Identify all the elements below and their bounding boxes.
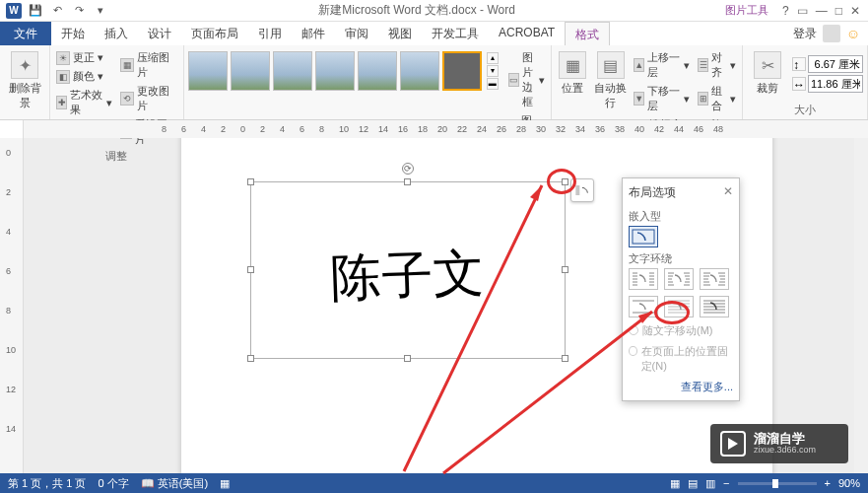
see-more-link[interactable]: 查看更多... xyxy=(629,380,733,394)
play-icon xyxy=(720,431,746,457)
rotate-handle[interactable]: ⟳ xyxy=(402,163,414,175)
position-button[interactable]: ▦位置 xyxy=(556,47,590,96)
save-icon[interactable]: 💾 xyxy=(28,3,43,19)
wrap-through[interactable] xyxy=(700,268,729,290)
style-thumb-5[interactable] xyxy=(358,51,397,91)
resize-handle-tl[interactable] xyxy=(247,178,254,185)
tab-home[interactable]: 开始 xyxy=(51,22,95,45)
change-picture-button[interactable]: ⟲更改图片 xyxy=(118,83,178,114)
dropdown-icon: ▾ xyxy=(98,51,103,64)
wrap-top-bottom[interactable] xyxy=(629,296,658,317)
resize-handle-bl[interactable] xyxy=(247,355,254,362)
resize-handle-tr[interactable] xyxy=(562,178,568,185)
tab-developer[interactable]: 开发工具 xyxy=(422,22,489,45)
view-web-icon[interactable]: ▥ xyxy=(705,477,715,490)
zoom-slider[interactable] xyxy=(738,482,817,485)
style-thumb-2[interactable] xyxy=(231,51,270,91)
vertical-scrollbar[interactable] xyxy=(854,138,868,477)
width-input[interactable] xyxy=(808,75,863,93)
selected-image[interactable]: ⟳ 陈子文 xyxy=(250,181,566,359)
picture-style-gallery[interactable]: ▴ ▾ ▬ xyxy=(188,47,499,91)
remove-bg-icon: ✦ xyxy=(11,51,38,79)
zoom-thumb[interactable] xyxy=(772,479,778,488)
word-count[interactable]: 0 个字 xyxy=(98,476,128,491)
change-pic-label: 更改图片 xyxy=(137,84,177,113)
language-indicator[interactable]: 📖 英语(美国) xyxy=(141,476,208,491)
wrap-inline[interactable] xyxy=(629,226,658,247)
feedback-smiley-icon[interactable]: ☺ xyxy=(846,26,860,41)
style-thumb-4[interactable] xyxy=(315,51,355,91)
picture-border-button[interactable]: ▭图片边框▾ xyxy=(506,49,547,110)
tab-format[interactable]: 格式 xyxy=(565,22,610,45)
gallery-down-icon[interactable]: ▾ xyxy=(487,65,499,77)
layout-options-button[interactable] xyxy=(570,178,594,202)
wrap-tight[interactable] xyxy=(664,268,694,290)
color-icon: ◧ xyxy=(56,70,70,84)
align-button[interactable]: ☰对齐▾ xyxy=(696,49,738,81)
send-backward-button[interactable]: ▼下移一层▾ xyxy=(632,83,692,114)
ribbon-collapse-icon[interactable]: ▭ xyxy=(797,4,808,18)
height-field: ↕ xyxy=(792,55,863,73)
crop-button[interactable]: ✂裁剪 xyxy=(747,47,788,96)
view-print-icon[interactable]: ▦ xyxy=(670,477,680,490)
gallery-up-icon[interactable]: ▴ xyxy=(487,52,499,64)
tab-file[interactable]: 文件 xyxy=(0,22,51,45)
tab-review[interactable]: 审阅 xyxy=(335,22,378,45)
remove-background-button[interactable]: ✦ 删除背景 xyxy=(4,47,45,110)
height-input[interactable] xyxy=(808,55,863,73)
style-thumb-7-selected[interactable] xyxy=(442,51,482,91)
wrap-square[interactable] xyxy=(629,268,658,290)
zoom-out-icon[interactable]: − xyxy=(723,477,729,489)
style-thumb-1[interactable] xyxy=(188,51,228,91)
close-icon[interactable]: ✕ xyxy=(850,4,860,18)
zoom-in-icon[interactable]: + xyxy=(825,477,831,489)
bring-forward-button[interactable]: ▲上移一层▾ xyxy=(632,49,692,81)
popup-close-icon[interactable]: ✕ xyxy=(723,184,733,201)
resize-handle-bm[interactable] xyxy=(404,355,411,362)
wrap-in-front-text[interactable] xyxy=(700,296,729,317)
resize-handle-ml[interactable] xyxy=(247,266,254,273)
undo-icon[interactable]: ↶ xyxy=(49,3,65,19)
view-read-icon[interactable]: ▤ xyxy=(688,477,698,490)
remove-bg-label: 删除背景 xyxy=(4,81,45,110)
radio-icon xyxy=(629,325,638,335)
macro-indicator[interactable]: ▦ xyxy=(220,477,230,490)
zoom-level[interactable]: 90% xyxy=(838,477,860,489)
word-app-icon[interactable]: W xyxy=(6,3,22,19)
resize-handle-br[interactable] xyxy=(562,355,568,362)
page-indicator[interactable]: 第 1 页，共 1 页 xyxy=(8,476,86,491)
help-icon[interactable]: ? xyxy=(782,4,789,18)
maximize-icon[interactable]: □ xyxy=(835,4,842,18)
corrections-button[interactable]: ☀更正▾ xyxy=(54,49,114,66)
wrap-behind-text[interactable] xyxy=(664,296,694,317)
radio-icon xyxy=(629,346,637,356)
tab-view[interactable]: 视图 xyxy=(378,22,422,45)
redo-icon[interactable]: ↷ xyxy=(71,3,87,19)
group-icon: ⊞ xyxy=(698,92,708,106)
minimize-icon[interactable]: — xyxy=(816,4,828,18)
user-avatar-icon[interactable] xyxy=(823,25,840,42)
group-objects-button[interactable]: ⊞组合▾ xyxy=(696,83,738,114)
qat-dropdown-icon[interactable]: ▾ xyxy=(93,3,108,19)
tab-references[interactable]: 引用 xyxy=(248,22,292,45)
resize-handle-tm[interactable] xyxy=(404,178,411,185)
style-thumb-3[interactable] xyxy=(273,51,312,91)
tab-insert[interactable]: 插入 xyxy=(95,22,138,45)
artistic-effects-button[interactable]: ✚艺术效果▾ xyxy=(54,87,114,118)
vertical-ruler[interactable]: 02468101214 xyxy=(0,138,24,477)
wrap-text-button[interactable]: ▤自动换行 xyxy=(593,47,628,110)
compress-picture-button[interactable]: ▦压缩图片 xyxy=(118,49,178,81)
resize-handle-mr[interactable] xyxy=(562,266,568,273)
dropdown-icon: ▾ xyxy=(730,93,736,106)
tab-page-layout[interactable]: 页面布局 xyxy=(181,22,248,45)
wrapping-section-label: 文字环绕 xyxy=(629,251,733,266)
gallery-more-icon[interactable]: ▬ xyxy=(487,78,499,90)
send-back-icon: ▼ xyxy=(634,92,644,106)
tab-mailings[interactable]: 邮件 xyxy=(292,22,335,45)
color-button[interactable]: ◧颜色▾ xyxy=(54,68,114,85)
tab-design[interactable]: 设计 xyxy=(138,22,181,45)
tab-acrobat[interactable]: ACROBAT xyxy=(489,22,565,45)
horizontal-ruler[interactable]: 8642024681012141618202224262830323436384… xyxy=(24,120,868,138)
login-button[interactable]: 登录 xyxy=(793,26,817,42)
style-thumb-6[interactable] xyxy=(400,51,439,91)
